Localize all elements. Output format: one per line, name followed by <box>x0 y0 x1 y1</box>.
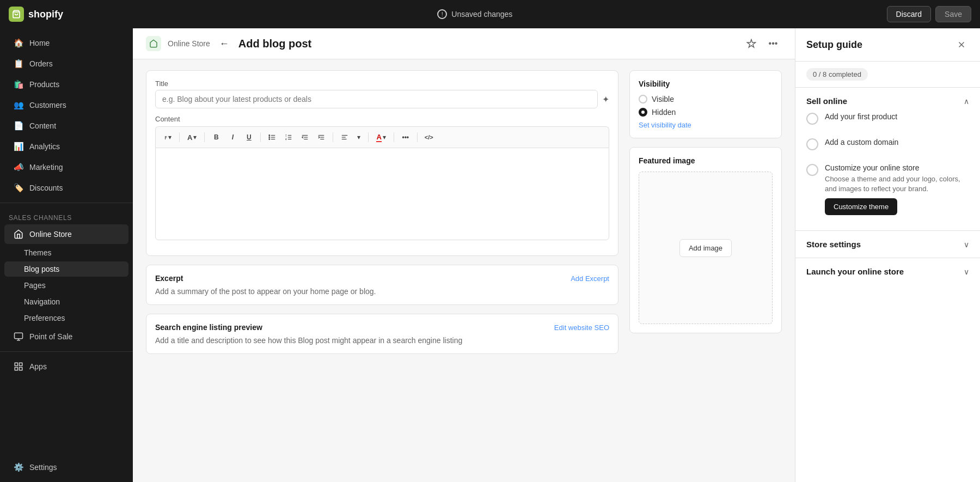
separator-1 <box>179 132 180 142</box>
sidebar-item-online-store[interactable]: Online Store <box>4 224 128 244</box>
sidebar-sub-themes[interactable]: Themes <box>4 245 128 260</box>
sidebar-sub-blog-posts[interactable]: Blog posts <box>4 261 128 277</box>
align-left-button[interactable] <box>338 130 352 144</box>
indent-increase-button[interactable] <box>314 130 328 144</box>
sidebar-label-online-store: Online Store <box>29 230 72 239</box>
sidebar-item-customers[interactable]: 👥 Customers <box>4 95 128 115</box>
visible-radio[interactable]: Visible <box>639 95 773 103</box>
setup-item-custom-domain: Add a custom domain <box>806 131 969 157</box>
sidebar-sub-label-navigation: Navigation <box>24 297 60 306</box>
more-options-button[interactable]: ••• <box>764 35 782 52</box>
store-settings-chevron: ∨ <box>964 240 969 249</box>
discard-button[interactable]: Discard <box>887 6 931 22</box>
setup-item-customize-store-desc: Choose a theme and add your logo, colors… <box>825 174 969 194</box>
sidebar-item-analytics[interactable]: 📊 Analytics <box>4 137 128 156</box>
sidebar-item-content[interactable]: 📄 Content <box>4 116 128 136</box>
page-title: Add blog post <box>238 38 311 50</box>
unsaved-icon: ! <box>437 9 447 19</box>
sidebar-label-analytics: Analytics <box>29 142 60 151</box>
more-toolbar-button[interactable]: ••• <box>399 130 413 144</box>
content-area: Online Store ← Add blog post ••• Title <box>133 28 795 482</box>
code-view-button[interactable]: </> <box>422 130 436 144</box>
setup-check-first-product <box>806 113 818 125</box>
back-button[interactable]: ← <box>217 36 232 51</box>
ul-button[interactable] <box>265 130 279 144</box>
format-dropdown[interactable]: ꜰ ▾ <box>161 132 175 142</box>
text-icon: A <box>187 133 192 142</box>
svg-rect-6 <box>20 368 22 370</box>
featured-image-drop-area[interactable]: Add image <box>639 172 773 324</box>
content-editor[interactable] <box>155 148 609 240</box>
sidebar-item-products[interactable]: 🛍️ Products <box>4 75 128 94</box>
indent-decrease-button[interactable] <box>298 130 312 144</box>
underline-button[interactable]: U <box>242 130 256 144</box>
sidebar-sub-preferences[interactable]: Preferences <box>4 310 128 326</box>
content-field-group: Content ꜰ ▾ A ▾ B <box>155 115 609 240</box>
sidebar-item-marketing[interactable]: 📣 Marketing <box>4 157 128 177</box>
sidebar-item-orders[interactable]: 📋 Orders <box>4 54 128 74</box>
pin-button[interactable] <box>743 35 760 52</box>
sidebar-item-home[interactable]: 🏠 Home <box>4 33 128 53</box>
content-field-label: Content <box>155 115 609 123</box>
right-column: Visibility Visible Hidden Set visibility… <box>629 70 782 471</box>
products-icon: 🛍️ <box>13 79 24 90</box>
separator-2 <box>204 132 205 142</box>
bold-button[interactable]: B <box>209 130 223 144</box>
setup-guide-close-button[interactable] <box>954 37 969 52</box>
set-visibility-date-link[interactable]: Set visibility date <box>639 121 773 129</box>
add-excerpt-link[interactable]: Add Excerpt <box>571 274 609 283</box>
add-image-button[interactable]: Add image <box>679 239 732 257</box>
customers-icon: 👥 <box>13 100 24 111</box>
launch-title: Launch your online store <box>806 267 904 276</box>
sidebar-item-point-of-sale[interactable]: Point of Sale <box>4 327 128 346</box>
hidden-radio[interactable]: Hidden <box>639 108 773 117</box>
sidebar-sub-label-preferences: Preferences <box>24 314 65 322</box>
format-label: ꜰ <box>164 134 167 141</box>
sidebar-sub-navigation[interactable]: Navigation <box>4 294 128 309</box>
sidebar-label-content: Content <box>29 121 56 130</box>
italic-button[interactable]: I <box>225 130 240 144</box>
setup-progress-section: 0 / 8 completed <box>795 62 980 88</box>
ol-button[interactable] <box>281 130 296 144</box>
marketing-icon: 📣 <box>13 162 24 173</box>
sidebar-item-discounts[interactable]: 🏷️ Discounts <box>4 178 128 198</box>
launch-section[interactable]: Launch your online store ∨ <box>795 258 980 285</box>
visibility-radio-group: Visible Hidden <box>639 95 773 117</box>
sidebar-sub-pages[interactable]: Pages <box>4 278 128 293</box>
orders-icon: 📋 <box>13 58 24 69</box>
sell-online-section: Sell online ∧ Add your first product Add… <box>795 88 980 231</box>
sidebar-item-settings[interactable]: ⚙️ Settings <box>4 457 128 477</box>
analytics-icon: 📊 <box>13 141 24 152</box>
shopify-text: shopify <box>28 9 63 20</box>
store-settings-section[interactable]: Store settings ∨ <box>795 231 980 258</box>
edit-seo-link[interactable]: Edit website SEO <box>554 324 609 332</box>
sell-online-section-header[interactable]: Sell online ∧ <box>806 96 969 106</box>
seo-title: Search engine listing preview <box>155 323 262 332</box>
magic-wand-icon[interactable]: ✦ <box>602 94 609 105</box>
sidebar-sub-label-pages: Pages <box>24 281 46 290</box>
store-settings-header[interactable]: Store settings ∨ <box>806 240 969 249</box>
seo-header: Search engine listing preview Edit websi… <box>155 323 609 332</box>
content-toolbar: ꜰ ▾ A ▾ B I U <box>155 126 609 148</box>
logo: shopify <box>9 7 63 22</box>
save-button[interactable]: Save <box>935 6 971 22</box>
sidebar-item-apps[interactable]: Apps <box>4 357 128 376</box>
text-bg-dropdown[interactable]: A ▾ <box>373 132 389 143</box>
text-color-dropdown[interactable]: A ▾ <box>184 132 200 143</box>
excerpt-title: Excerpt <box>155 274 183 283</box>
align-dropdown[interactable]: ▾ <box>354 132 364 142</box>
launch-header[interactable]: Launch your online store ∨ <box>806 267 969 276</box>
sidebar-divider-1 <box>0 203 133 203</box>
visibility-card: Visibility Visible Hidden Set visibility… <box>629 70 782 138</box>
title-input[interactable] <box>155 90 598 108</box>
title-field-label: Title <box>155 80 609 88</box>
setup-guide-panel: Setup guide 0 / 8 completed Sell online … <box>795 28 980 482</box>
separator-5 <box>368 132 369 142</box>
svg-rect-1 <box>15 333 23 339</box>
store-settings-title: Store settings <box>806 240 861 249</box>
visibility-title: Visibility <box>639 80 773 88</box>
setup-check-custom-domain <box>806 138 818 150</box>
sidebar-label-apps: Apps <box>29 362 47 371</box>
customize-theme-button[interactable]: Customize theme <box>825 198 897 215</box>
sidebar-sub-label-blog-posts: Blog posts <box>24 265 59 273</box>
